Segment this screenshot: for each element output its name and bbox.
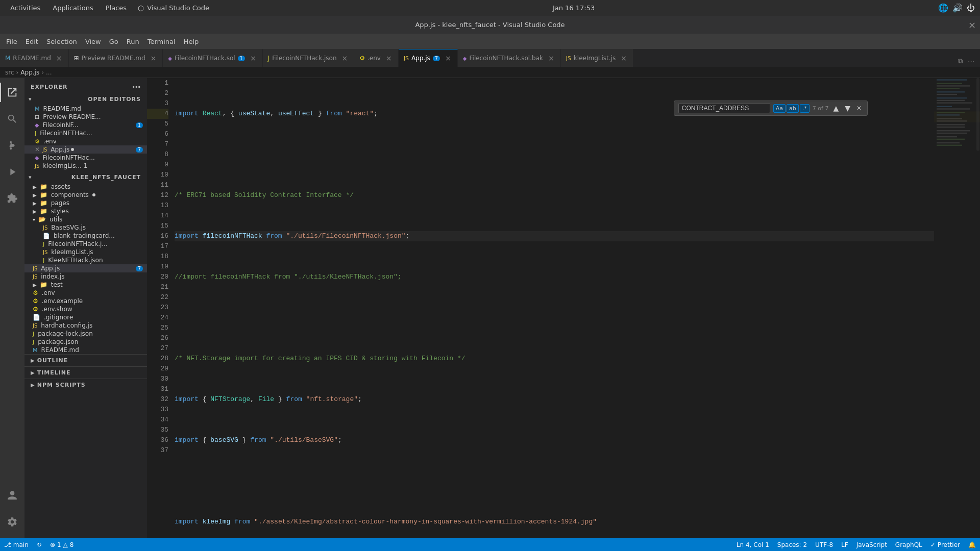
tab-filecoin-sol[interactable]: ◆ FilecoinNFTHack.sol 1 ×: [163, 49, 262, 67]
search-close-button[interactable]: ✕: [855, 104, 863, 112]
close-icon[interactable]: ✕: [35, 146, 40, 153]
menu-selection[interactable]: Selection: [42, 35, 81, 48]
menu-run[interactable]: Run: [122, 35, 143, 48]
open-editor-bak[interactable]: ◆ FilecoinNFTHac...: [24, 154, 147, 162]
tab-close-bak[interactable]: ×: [547, 54, 555, 62]
tree-hardhat[interactable]: JS hardhat.config.js: [24, 321, 147, 330]
find-input[interactable]: [678, 103, 770, 113]
status-notification[interactable]: 🔔: [964, 538, 980, 551]
status-line-ending[interactable]: LF: [837, 538, 852, 551]
tab-readme-md[interactable]: M README.md ×: [0, 49, 69, 67]
more-actions-button[interactable]: ⋯: [966, 56, 976, 67]
whole-word-button[interactable]: ab: [787, 104, 799, 113]
tab-klee-list[interactable]: JS kleeImgList.js ×: [561, 49, 633, 67]
menu-terminal[interactable]: Terminal: [143, 35, 180, 48]
regex-button[interactable]: .*: [800, 104, 810, 113]
tab-close-readme[interactable]: ×: [55, 54, 63, 62]
tree-env2[interactable]: ⚙ .env: [24, 289, 147, 297]
activity-account[interactable]: [0, 483, 24, 508]
explorer-more[interactable]: ⋯: [132, 82, 141, 92]
tab-close-klee[interactable]: ×: [620, 54, 628, 62]
status-line-col[interactable]: Ln 4, Col 1: [732, 538, 773, 551]
activity-extensions[interactable]: [0, 186, 24, 211]
open-editor-preview[interactable]: ⊞ Preview README...: [24, 113, 147, 121]
status-sync[interactable]: ↻: [33, 538, 46, 551]
tab-filecoin-json[interactable]: J FilecoinNFTHack.json ×: [263, 49, 355, 67]
status-schema[interactable]: GraphQL: [891, 538, 926, 551]
topbar-applications[interactable]: Applications: [47, 2, 98, 14]
activity-explorer[interactable]: [0, 80, 24, 105]
breadcrumb-src[interactable]: src: [5, 69, 14, 76]
activity-search[interactable]: [0, 107, 24, 131]
tree-env-example[interactable]: ⚙ .env.example: [24, 297, 147, 305]
menu-edit[interactable]: Edit: [21, 35, 42, 48]
tab-env[interactable]: ⚙ .env ×: [354, 49, 398, 67]
tab-close-preview[interactable]: ×: [150, 54, 158, 62]
split-editor-button[interactable]: ⧉: [957, 56, 964, 67]
tree-readme2[interactable]: M README.md: [24, 346, 147, 354]
tree-assets[interactable]: ▶ 📁 assets: [24, 183, 147, 191]
activity-run[interactable]: [0, 160, 24, 184]
tree-test[interactable]: ▶ 📁 test: [24, 281, 147, 289]
status-prettier[interactable]: ✓ Prettier: [926, 538, 964, 551]
tree-pkg[interactable]: J package.json: [24, 338, 147, 346]
menu-help[interactable]: Help: [180, 35, 203, 48]
menu-go[interactable]: Go: [105, 35, 122, 48]
tree-gitignore[interactable]: 📄 .gitignore: [24, 313, 147, 321]
tab-close-appjs[interactable]: ×: [444, 54, 452, 62]
menu-view[interactable]: View: [81, 35, 105, 48]
tree-appjs[interactable]: JS App.js 7: [24, 264, 147, 272]
open-editor-klee[interactable]: JS kleeImgLis... 1: [24, 162, 147, 170]
tree-kleelist[interactable]: JS kleeImgList.js: [24, 248, 147, 256]
tree-env-show[interactable]: ⚙ .env.show: [24, 305, 147, 313]
tab-preview-readme[interactable]: ⊞ Preview README.md ×: [69, 49, 163, 67]
status-language[interactable]: JavaScript: [852, 538, 891, 551]
outline-header[interactable]: ▶ OUTLINE: [24, 355, 147, 366]
tree-basesvg[interactable]: JS BaseSVG.js: [24, 223, 147, 232]
open-editor-sol[interactable]: ◆ FilecoinNF... 1: [24, 121, 147, 129]
status-encoding[interactable]: UTF-8: [811, 538, 837, 551]
topbar-activities[interactable]: Activities: [5, 2, 45, 14]
code-content[interactable]: import React, { useState, useEffect } fr…: [173, 78, 934, 538]
tree-styles[interactable]: ▶ 📁 styles: [24, 207, 147, 215]
timeline-title: TIMELINE: [37, 369, 71, 376]
tab-close-env[interactable]: ×: [385, 54, 393, 62]
tree-utils[interactable]: ▾ 📂 utils: [24, 215, 147, 223]
tree-kleenft[interactable]: J KleeNFTHack.json: [24, 256, 147, 264]
tab-close-json[interactable]: ×: [341, 54, 349, 62]
topbar-places[interactable]: Places: [101, 2, 132, 14]
tab-filecoin-bak[interactable]: ◆ FilecoinNFTHack.sol.bak ×: [458, 49, 561, 67]
status-errors[interactable]: ⊗ 1 △ 8: [46, 538, 78, 551]
tree-pkg-lock[interactable]: J package-lock.json: [24, 330, 147, 338]
activity-git[interactable]: [0, 133, 24, 158]
explorer-header[interactable]: EXPLORER ⋯: [24, 78, 147, 94]
status-spaces[interactable]: Spaces: 2: [773, 538, 811, 551]
file-icon: M: [35, 106, 40, 112]
menu-file[interactable]: File: [2, 35, 21, 48]
tab-app-js[interactable]: JS App.js 7 ×: [399, 49, 458, 67]
breadcrumb-sep2: ›: [41, 69, 44, 76]
tree-pages[interactable]: ▶ 📁 pages: [24, 199, 147, 207]
project-header[interactable]: ▾ KLEE_NFTS_FAUCET: [24, 172, 147, 183]
open-editor-readme[interactable]: M README.md: [24, 105, 147, 113]
search-prev-button[interactable]: ▲: [831, 104, 840, 113]
tree-indexjs[interactable]: JS index.js: [24, 272, 147, 281]
tab-close-sol[interactable]: ×: [249, 54, 257, 62]
match-case-button[interactable]: Aa: [773, 104, 786, 113]
status-branch[interactable]: ⎇ main: [0, 538, 33, 551]
search-next-button[interactable]: ▼: [843, 104, 852, 113]
activity-settings[interactable]: [0, 510, 24, 534]
open-editors-header[interactable]: ▾ OPEN EDITORS: [24, 94, 147, 105]
timeline-header[interactable]: ▶ TIMELINE: [24, 367, 147, 379]
open-editor-json[interactable]: J FilecoinNFTHac...: [24, 129, 147, 137]
code-editor[interactable]: 1 2 3 4 5 6 7 8 9 10 11 12 13 14 15 16 1…: [147, 78, 980, 538]
svg-rect-10: [937, 106, 952, 107]
open-editor-appjs[interactable]: ✕ JS App.js 7: [24, 145, 147, 154]
window-close[interactable]: ✕: [968, 19, 976, 30]
npm-scripts-header[interactable]: ▶ NPM SCRIPTS: [24, 379, 147, 391]
tree-filecoin-json2[interactable]: J FilecoinNFTHack.j...: [24, 240, 147, 248]
open-editor-env[interactable]: ⚙ .env: [24, 137, 147, 145]
breadcrumb-appjs[interactable]: App.js: [20, 69, 39, 76]
tree-components[interactable]: ▶ 📁 components: [24, 191, 147, 199]
tree-blank[interactable]: 📄 blank_tradingcard...: [24, 232, 147, 240]
